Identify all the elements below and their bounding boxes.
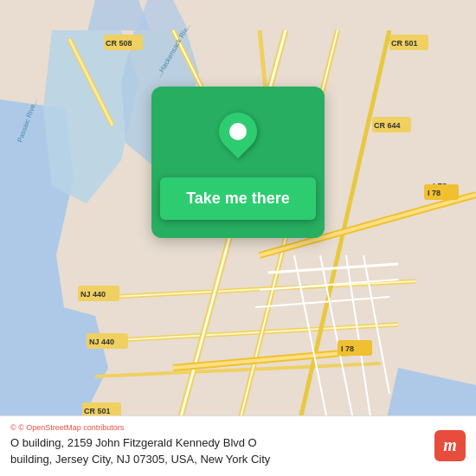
svg-text:CR 501: CR 501: [391, 39, 418, 48]
info-left: © © OpenStreetMap contributors O buildin…: [10, 423, 426, 466]
info-bar: © © OpenStreetMap contributors O buildin…: [0, 415, 476, 476]
svg-text:I 78: I 78: [428, 189, 441, 197]
roads-layer: I 78 NJ 440 NJ 440 CR 508 CR 501 CR 644 …: [0, 0, 476, 476]
svg-text:CR 644: CR 644: [374, 121, 401, 130]
address-line1: O building, 2159 John Fitzgerald Kennedy…: [10, 436, 257, 449]
pin-head: [211, 105, 265, 158]
pin-inner-circle: [229, 123, 247, 140]
location-pin: [219, 113, 257, 151]
svg-text:CR 501: CR 501: [84, 407, 111, 415]
osm-icon: ©: [10, 423, 16, 432]
take-me-there-button[interactable]: Take me there: [160, 177, 316, 220]
address-line2: building, Jersey City, NJ 07305, USA, Ne…: [10, 453, 270, 466]
moovit-letter: m: [443, 435, 457, 455]
osm-attribution: © © OpenStreetMap contributors: [10, 423, 426, 432]
address-text: O building, 2159 John Fitzgerald Kennedy…: [10, 435, 426, 466]
moovit-logo: m: [434, 430, 466, 461]
svg-text:CR 508: CR 508: [106, 39, 132, 48]
attribution-text: © OpenStreetMap contributors: [18, 423, 124, 432]
map-container: I 78 NJ 440 NJ 440 CR 508 CR 501 CR 644 …: [0, 0, 476, 476]
svg-text:NJ 440: NJ 440: [80, 290, 106, 299]
moovit-icon: m: [434, 430, 466, 461]
svg-text:NJ 440: NJ 440: [89, 338, 114, 346]
svg-text:I 78: I 78: [341, 344, 354, 353]
